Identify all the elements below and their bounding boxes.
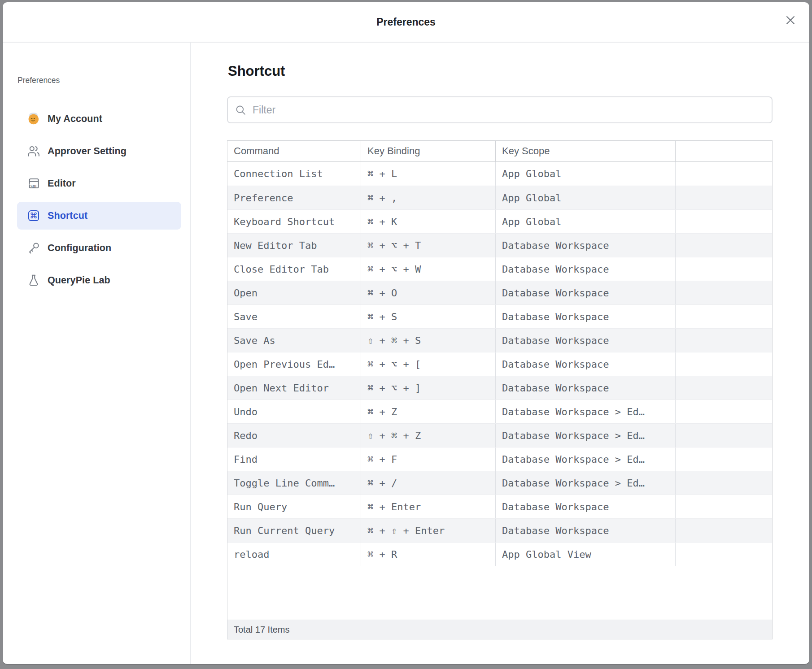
cell-command: Find bbox=[227, 447, 361, 471]
total-items-label: Total 17 Items bbox=[234, 625, 290, 635]
sidebar-item-shortcut[interactable]: ⌘Shortcut bbox=[17, 202, 181, 230]
table-row[interactable]: Toggle Line Comm…⌘ + /Database Workspace… bbox=[227, 471, 772, 495]
cell-key-binding: ⌘ + R bbox=[361, 543, 496, 566]
table-row[interactable]: Save⌘ + SDatabase Workspace bbox=[227, 304, 772, 328]
cell-actions bbox=[676, 352, 772, 376]
sidebar-item-querypie-lab[interactable]: QueryPie Lab bbox=[17, 266, 181, 294]
cell-command: Save bbox=[227, 305, 361, 328]
cell-key-scope: Database Workspace > Ed… bbox=[496, 400, 676, 423]
sidebar-item-label: Approver Setting bbox=[48, 146, 127, 157]
table-row[interactable]: reload⌘ + RApp Global View bbox=[227, 542, 772, 566]
cell-key-binding: ⇧ + ⌘ + S bbox=[361, 329, 496, 352]
cell-command: Save As bbox=[227, 329, 361, 352]
cell-key-scope: Database Workspace bbox=[496, 257, 676, 281]
cell-actions bbox=[676, 257, 772, 281]
table-row[interactable]: Connection List⌘ + LApp Global bbox=[227, 162, 772, 186]
table-row[interactable]: Open Previous Ed…⌘ + ⌥ + [Database Works… bbox=[227, 352, 772, 376]
svg-text:SQL: SQL bbox=[31, 184, 38, 189]
cell-command: Preference bbox=[227, 186, 361, 209]
cell-key-scope: Database Workspace > Ed… bbox=[496, 447, 676, 471]
cell-actions bbox=[676, 471, 772, 495]
shortcut-table: CommandKey BindingKey Scope Connection L… bbox=[227, 140, 773, 639]
cell-command: Run Current Query bbox=[227, 519, 361, 542]
cell-key-binding: ⌘ + , bbox=[361, 186, 496, 209]
dialog-title: Preferences bbox=[376, 16, 436, 28]
cell-actions bbox=[676, 281, 772, 304]
table-row[interactable]: Open Next Editor⌘ + ⌥ + ]Database Worksp… bbox=[227, 376, 772, 400]
cell-actions bbox=[676, 543, 772, 566]
cell-key-scope: Database Workspace bbox=[496, 281, 676, 304]
sidebar-item-configuration[interactable]: Configuration bbox=[17, 234, 181, 262]
cell-actions bbox=[676, 519, 772, 542]
table-header-row: CommandKey BindingKey Scope bbox=[227, 141, 772, 162]
sidebar-section-label: Preferences bbox=[17, 76, 190, 85]
cell-key-scope: Database Workspace bbox=[496, 376, 676, 400]
sidebar-nav: My AccountApprover SettingSQLEditor⌘Shor… bbox=[3, 105, 190, 294]
cell-key-binding: ⌘ + ⌥ + W bbox=[361, 257, 496, 281]
table-footer: Total 17 Items bbox=[227, 620, 772, 639]
cell-actions bbox=[676, 400, 772, 423]
table-body: Connection List⌘ + LApp GlobalPreference… bbox=[227, 162, 772, 566]
cell-command: reload bbox=[227, 543, 361, 566]
key-icon bbox=[27, 241, 40, 255]
cell-command: Redo bbox=[227, 424, 361, 447]
cell-command: Toggle Line Comm… bbox=[227, 471, 361, 495]
table-row[interactable]: Undo⌘ + ZDatabase Workspace > Ed… bbox=[227, 400, 772, 423]
table-empty-space bbox=[227, 566, 772, 620]
sql-editor-icon: SQL bbox=[27, 177, 40, 190]
cell-command: Undo bbox=[227, 400, 361, 423]
table-row[interactable]: New Editor Tab⌘ + ⌥ + TDatabase Workspac… bbox=[227, 233, 772, 257]
users-icon bbox=[27, 144, 40, 158]
cell-actions bbox=[676, 329, 772, 352]
avatar-smiley-icon bbox=[27, 112, 40, 126]
cell-key-binding: ⌘ + S bbox=[361, 305, 496, 328]
column-header: Command bbox=[227, 141, 361, 161]
close-button[interactable] bbox=[782, 12, 799, 28]
table-row[interactable]: Run Query⌘ + EnterDatabase Workspace bbox=[227, 495, 772, 518]
sidebar-item-label: Configuration bbox=[48, 243, 111, 254]
cell-actions bbox=[676, 186, 772, 209]
cell-key-scope: Database Workspace bbox=[496, 234, 676, 257]
cell-key-binding: ⌘ + K bbox=[361, 210, 496, 233]
sidebar-item-label: My Account bbox=[48, 113, 102, 125]
titlebar: Preferences bbox=[3, 2, 809, 43]
cell-key-scope: App Global bbox=[496, 210, 676, 233]
filter-input[interactable] bbox=[252, 104, 765, 117]
screen: { "dialog": { "title": "Preferences" }, … bbox=[0, 0, 812, 669]
cell-actions bbox=[676, 447, 772, 471]
cell-key-scope: App Global bbox=[496, 162, 676, 186]
column-header: Key Scope bbox=[496, 141, 676, 161]
table-row[interactable]: Run Current Query⌘ + ⇧ + EnterDatabase W… bbox=[227, 518, 772, 542]
sidebar-item-editor[interactable]: SQLEditor bbox=[17, 169, 181, 197]
table-row[interactable]: Keyboard Shortcut⌘ + KApp Global bbox=[227, 209, 772, 233]
filter-box bbox=[227, 96, 773, 123]
cell-key-binding: ⌘ + ⌥ + [ bbox=[361, 352, 496, 376]
column-header bbox=[676, 141, 772, 161]
table-row[interactable]: Open⌘ + ODatabase Workspace bbox=[227, 281, 772, 304]
cell-actions bbox=[676, 210, 772, 233]
cell-key-scope: Database Workspace > Ed… bbox=[496, 424, 676, 447]
cell-actions bbox=[676, 376, 772, 400]
cell-key-scope: Database Workspace bbox=[496, 519, 676, 542]
sidebar-item-my-account[interactable]: My Account bbox=[17, 105, 181, 133]
cell-command: New Editor Tab bbox=[227, 234, 361, 257]
cell-command: Run Query bbox=[227, 495, 361, 518]
table-row[interactable]: Save As⇧ + ⌘ + SDatabase Workspace bbox=[227, 328, 772, 352]
sidebar-item-label: QueryPie Lab bbox=[48, 275, 110, 286]
cell-command: Close Editor Tab bbox=[227, 257, 361, 281]
cell-key-binding: ⌘ + ⌥ + ] bbox=[361, 376, 496, 400]
cell-key-scope: App Global bbox=[496, 186, 676, 209]
cell-actions bbox=[676, 305, 772, 328]
cell-key-scope: Database Workspace bbox=[496, 495, 676, 518]
table-row[interactable]: Preference⌘ + ,App Global bbox=[227, 186, 772, 209]
sidebar: Preferences My AccountApprover SettingSQ… bbox=[3, 43, 191, 664]
page-title: Shortcut bbox=[228, 63, 285, 79]
cell-key-binding: ⌘ + O bbox=[361, 281, 496, 304]
cell-key-binding: ⌘ + ⌥ + T bbox=[361, 234, 496, 257]
sidebar-item-label: Editor bbox=[48, 178, 76, 189]
cell-key-scope: Database Workspace bbox=[496, 352, 676, 376]
table-row[interactable]: Close Editor Tab⌘ + ⌥ + WDatabase Worksp… bbox=[227, 257, 772, 281]
table-row[interactable]: Redo⇧ + ⌘ + ZDatabase Workspace > Ed… bbox=[227, 423, 772, 447]
table-row[interactable]: Find⌘ + FDatabase Workspace > Ed… bbox=[227, 447, 772, 471]
sidebar-item-approver-setting[interactable]: Approver Setting bbox=[17, 137, 181, 165]
